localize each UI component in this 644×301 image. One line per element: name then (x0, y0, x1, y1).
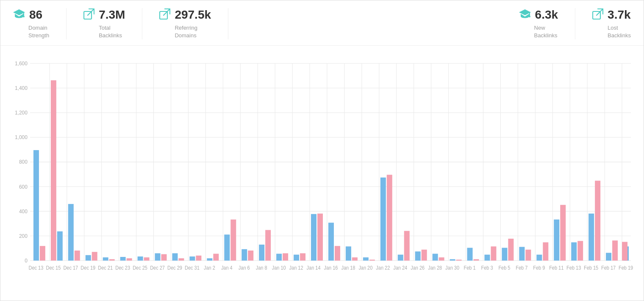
svg-text:Feb 19: Feb 19 (619, 265, 633, 270)
bar-blue (415, 251, 421, 261)
bar-pink (109, 259, 115, 261)
bar-blue (172, 254, 178, 261)
stat-domain-strength-label: DomainStrength (13, 24, 49, 39)
chart-area: 1,600 1,400 1,200 1,000 800 600 400 200 … (0, 46, 644, 301)
bar-blue (138, 256, 143, 261)
svg-text:Jan 12: Jan 12 (289, 265, 303, 270)
bar-pink (40, 246, 45, 261)
stat-domain-strength-value: 86 (29, 8, 42, 22)
bar-blue (484, 255, 490, 261)
svg-text:1,400: 1,400 (15, 85, 28, 92)
bar-blue (207, 259, 212, 261)
svg-text:Feb 15: Feb 15 (584, 265, 598, 270)
svg-text:400: 400 (19, 209, 28, 215)
bar-pink (283, 254, 288, 261)
svg-text:Feb 7: Feb 7 (516, 265, 527, 270)
bar-blue (502, 248, 507, 261)
bar-blue (33, 150, 39, 261)
bar-pink (352, 257, 358, 261)
svg-text:Dec 31: Dec 31 (185, 265, 200, 270)
stat-total-backlinks-value: 7.3M (99, 8, 125, 22)
bar-chart: 1,600 1,400 1,200 1,000 800 600 400 200 … (9, 54, 635, 296)
svg-text:Feb 3: Feb 3 (481, 265, 493, 270)
bar-pink (508, 239, 514, 261)
bar-blue (242, 249, 247, 261)
svg-text:1,600: 1,600 (15, 61, 28, 67)
svg-text:Dec 25: Dec 25 (133, 265, 147, 270)
stat-total-backlinks-label: TotalBacklinks (83, 24, 122, 39)
bar-pink (335, 246, 340, 261)
bar-blue (536, 255, 542, 261)
svg-text:Feb 17: Feb 17 (601, 265, 616, 270)
bar-blue (259, 245, 264, 261)
stat-new-backlinks-label: NewBacklinks (519, 24, 558, 39)
bar-blue (380, 178, 386, 261)
bar-pink (248, 251, 253, 261)
bar-blue (86, 255, 91, 261)
bar-pink (127, 259, 132, 261)
bar-pink (525, 250, 531, 261)
bar-pink (543, 242, 548, 261)
svg-text:Jan 14: Jan 14 (307, 265, 321, 270)
svg-text:1,000: 1,000 (15, 134, 28, 141)
bar-blue (588, 214, 594, 261)
svg-text:Jan 28: Jan 28 (428, 265, 442, 270)
bar-pink (75, 251, 80, 261)
svg-rect-4 (529, 12, 530, 16)
bar-blue (467, 248, 473, 261)
graduation-cap-icon (13, 9, 25, 20)
svg-text:Feb 5: Feb 5 (498, 265, 510, 270)
stat-total-backlinks: 7.3M TotalBacklinks (83, 8, 142, 39)
svg-text:Jan 4: Jan 4 (221, 265, 233, 270)
bar-blue (571, 242, 577, 261)
stat-new-backlinks: 6.3k NewBacklinks (519, 8, 576, 39)
bar-pink (300, 254, 305, 261)
bar-blue (346, 247, 351, 261)
svg-point-5 (529, 16, 530, 17)
external-link-icon-1 (83, 8, 94, 21)
bar-blue (554, 220, 559, 261)
svg-text:Dec 15: Dec 15 (46, 265, 61, 270)
stat-referring-domains: 297.5k ReferringDomains (159, 8, 228, 39)
bar-pink (230, 220, 236, 261)
svg-text:Jan 2: Jan 2 (204, 265, 215, 270)
bar-blue (294, 255, 299, 261)
bar-pink (265, 230, 271, 261)
bar-blue (103, 257, 108, 261)
stats-row: 86 DomainStrength 7.3M TotalBacklinks (0, 0, 644, 46)
bar-blue (328, 223, 334, 261)
bar-blue (311, 214, 316, 261)
stat-referring-domains-value: 297.5k (175, 8, 211, 22)
bar-blue (363, 257, 369, 261)
bar-pink (213, 254, 219, 261)
stat-referring-domains-label: ReferringDomains (159, 24, 197, 39)
svg-text:600: 600 (19, 184, 28, 190)
svg-text:Dec 27: Dec 27 (150, 265, 165, 270)
svg-text:Jan 22: Jan 22 (376, 265, 390, 270)
svg-text:Feb 13: Feb 13 (566, 265, 581, 270)
svg-text:Jan 20: Jan 20 (358, 265, 372, 270)
bar-pink (612, 241, 618, 261)
svg-text:Jan 26: Jan 26 (411, 265, 425, 270)
svg-text:Jan 18: Jan 18 (341, 265, 355, 270)
stat-domain-strength: 86 DomainStrength (13, 8, 67, 39)
bar-pink (51, 81, 56, 261)
svg-point-1 (23, 16, 25, 17)
svg-text:Jan 30: Jan 30 (445, 265, 459, 270)
svg-text:Dec 17: Dec 17 (63, 265, 78, 270)
bar-pink (92, 252, 97, 261)
bar-pink (317, 214, 323, 261)
bar-pink (622, 242, 627, 261)
main-container: 86 DomainStrength 7.3M TotalBacklinks (0, 0, 644, 301)
bar-pink (369, 260, 375, 261)
external-link-icon-2 (159, 8, 170, 21)
bar-blue (276, 254, 282, 261)
svg-text:Dec 29: Dec 29 (167, 265, 182, 270)
stat-new-backlinks-value: 6.3k (535, 8, 558, 22)
svg-text:Jan 6: Jan 6 (239, 265, 250, 270)
svg-rect-0 (23, 12, 24, 16)
svg-text:Jan 8: Jan 8 (256, 265, 267, 270)
bar-pink (491, 247, 496, 261)
svg-text:Feb 9: Feb 9 (533, 265, 545, 270)
svg-text:200: 200 (19, 233, 28, 240)
